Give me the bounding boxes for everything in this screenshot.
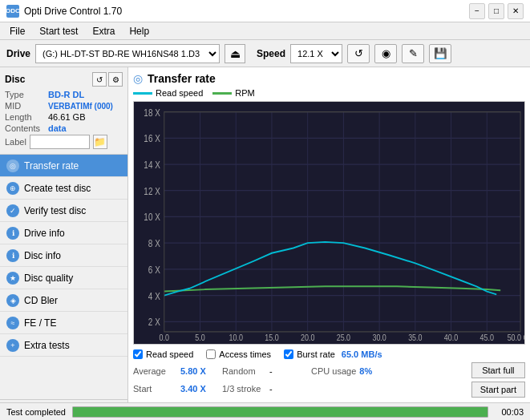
svg-text:10.0: 10.0 xyxy=(229,333,244,342)
random-value: - xyxy=(269,366,301,376)
speed-label: Speed xyxy=(257,48,285,59)
nav-disc-info-label: Disc info xyxy=(24,250,61,261)
cpu-label: CPU usage xyxy=(311,366,356,376)
nav-disc-quality-icon: ★ xyxy=(6,272,19,285)
refresh-button[interactable]: ↺ xyxy=(347,44,370,63)
svg-text:12 X: 12 X xyxy=(144,186,160,196)
progress-bar-fill xyxy=(73,407,488,417)
svg-text:5.0: 5.0 xyxy=(195,333,205,342)
svg-text:6 X: 6 X xyxy=(148,265,160,275)
average-label: Average xyxy=(133,366,177,376)
svg-text:10 X: 10 X xyxy=(144,212,160,222)
svg-text:40.0: 40.0 xyxy=(444,333,459,342)
svg-text:16 X: 16 X xyxy=(144,133,160,143)
start-value: 3.40 X xyxy=(180,384,212,394)
minimize-button[interactable]: − xyxy=(469,3,485,19)
contents-value: data xyxy=(48,123,67,133)
media-button[interactable]: ◉ xyxy=(374,44,397,63)
nav-create-disc-label: Create test disc xyxy=(24,183,91,194)
label-folder-button[interactable]: 📁 xyxy=(93,135,107,149)
legend-rpm-color xyxy=(212,92,232,95)
burst-rate-checkbox[interactable] xyxy=(284,349,293,359)
disc-panel-title: Disc xyxy=(5,74,25,85)
start-row: Start 3.40 X 1/3 stroke - xyxy=(133,380,465,398)
status-bar: Test completed 00:03 xyxy=(0,402,530,420)
status-text: Test completed xyxy=(6,407,66,417)
access-times-checkbox-label: Access times xyxy=(219,349,271,359)
burst-rate-checkbox-label: Burst rate xyxy=(297,349,335,359)
nav-extra-tests[interactable]: + Extra tests xyxy=(0,334,127,357)
stroke1-value: - xyxy=(269,384,301,394)
nav-create-test-disc[interactable]: ⊕ Create test disc xyxy=(0,177,127,200)
burst-rate-value: 65.0 MB/s xyxy=(342,349,382,359)
app-title: Opti Drive Control 1.70 xyxy=(24,6,122,17)
nav-verify-disc-icon: ✓ xyxy=(6,204,19,217)
svg-text:2 X: 2 X xyxy=(148,317,160,327)
nav-items: ◎ Transfer rate ⊕ Create test disc ✓ Ver… xyxy=(0,155,127,399)
nav-transfer-rate[interactable]: ◎ Transfer rate xyxy=(0,155,127,177)
nav-verify-test-disc[interactable]: ✓ Verify test disc xyxy=(0,200,127,222)
label-input[interactable] xyxy=(30,135,90,149)
nav-disc-quality[interactable]: ★ Disc quality xyxy=(0,267,127,289)
chart-title: Transfer rate xyxy=(148,72,216,85)
chart-legend: Read speed RPM xyxy=(133,88,525,98)
nav-fe-te-label: FE / TE xyxy=(24,317,56,329)
menu-file[interactable]: File xyxy=(3,24,31,38)
menu-extra[interactable]: Extra xyxy=(86,24,121,38)
nav-create-disc-icon: ⊕ xyxy=(6,182,19,195)
drive-label: Drive xyxy=(6,48,30,59)
svg-text:18 X: 18 X xyxy=(144,107,160,118)
svg-text:20.0: 20.0 xyxy=(301,333,315,342)
sidebar: Disc ↺ ⚙ Type BD-R DL MID VERBATIMf (000… xyxy=(0,67,128,420)
average-row: Average 5.80 X Random - CPU usage 8% xyxy=(133,362,465,380)
start-full-button[interactable]: Start full xyxy=(471,362,525,378)
stroke1-label: 1/3 stroke xyxy=(222,384,266,394)
app-icon: ODC xyxy=(6,5,19,18)
svg-text:50.0 GB: 50.0 GB xyxy=(508,333,524,342)
edit-button[interactable]: ✎ xyxy=(402,44,424,63)
read-speed-checkbox[interactable] xyxy=(133,349,143,359)
length-label: Length xyxy=(5,112,45,122)
progress-bar-container xyxy=(72,406,488,418)
stats-checkboxes: Read speed Access times Burst rate 65.0 … xyxy=(133,349,525,359)
close-button[interactable]: ✕ xyxy=(508,3,524,19)
svg-text:30.0: 30.0 xyxy=(372,333,386,342)
contents-label: Contents xyxy=(5,123,45,133)
eject-button[interactable]: ⏏ xyxy=(225,44,245,63)
nav-extra-tests-label: Extra tests xyxy=(24,340,70,351)
start-part-button[interactable]: Start part xyxy=(471,382,525,398)
mid-label: MID xyxy=(5,101,45,111)
nav-fe-te[interactable]: ≈ FE / TE xyxy=(0,312,127,334)
nav-drive-info-icon: ℹ xyxy=(6,227,19,240)
nav-verify-disc-label: Verify test disc xyxy=(24,205,86,216)
drive-bar: Drive (G:) HL-DT-ST BD-RE WH16NS48 1.D3 … xyxy=(0,40,530,67)
drive-select[interactable]: (G:) HL-DT-ST BD-RE WH16NS48 1.D3 xyxy=(35,44,220,63)
svg-text:8 X: 8 X xyxy=(148,238,160,248)
menu-start-test[interactable]: Start test xyxy=(33,24,84,38)
mid-value: VERBATIMf (000) xyxy=(48,102,113,111)
access-times-checkbox[interactable] xyxy=(206,349,216,359)
disc-refresh-button[interactable]: ↺ xyxy=(92,72,107,87)
nav-drive-info[interactable]: ℹ Drive info xyxy=(0,222,127,244)
speed-select[interactable]: 12.1 X xyxy=(290,44,342,63)
svg-text:25.0: 25.0 xyxy=(337,333,351,342)
maximize-button[interactable]: □ xyxy=(488,3,504,19)
svg-text:45.0: 45.0 xyxy=(480,333,495,342)
nav-transfer-rate-icon: ◎ xyxy=(6,160,19,172)
nav-cd-bler[interactable]: ◈ CD Bler xyxy=(0,289,127,312)
disc-settings-button[interactable]: ⚙ xyxy=(108,72,123,87)
nav-extra-tests-icon: + xyxy=(6,339,19,352)
nav-fe-te-icon: ≈ xyxy=(6,317,19,329)
legend-rpm-label: RPM xyxy=(235,88,254,98)
menu-help[interactable]: Help xyxy=(123,24,156,38)
save-button[interactable]: 💾 xyxy=(429,44,451,63)
chart-title-bar: ◎ Transfer rate xyxy=(133,72,525,85)
label-label: Label xyxy=(5,137,26,147)
nav-disc-info[interactable]: ℹ Disc info xyxy=(0,244,127,267)
length-value: 46.61 GB xyxy=(48,112,85,122)
nav-cd-bler-label: CD Bler xyxy=(24,295,58,306)
read-speed-checkbox-label: Read speed xyxy=(146,349,193,359)
nav-disc-quality-label: Disc quality xyxy=(24,273,73,284)
chart-icon: ◎ xyxy=(133,72,143,85)
disc-panel: Disc ↺ ⚙ Type BD-R DL MID VERBATIMf (000… xyxy=(0,67,127,155)
